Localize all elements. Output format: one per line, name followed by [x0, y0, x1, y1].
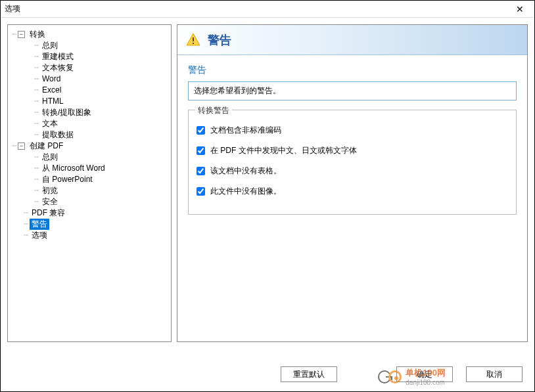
check-no-images[interactable]: 此文件中没有图像。: [197, 186, 508, 197]
minus-icon[interactable]: −: [18, 142, 25, 150]
tree-item-extract-image[interactable]: ┈转换/提取图象: [8, 107, 171, 118]
checkbox[interactable]: [197, 146, 205, 155]
svg-rect-1: [193, 43, 194, 44]
tree-panel: ┈ − 转换 ┈总则 ┈重建模式 ┈文本恢复 ┈Word ┈Excel ┈HTM…: [7, 24, 172, 342]
button-row: 重置默认 确定 取消: [281, 366, 523, 382]
tree-item-extract-data[interactable]: ┈提取数据: [8, 129, 171, 141]
tree-item-html[interactable]: ┈HTML: [8, 96, 171, 107]
titlebar: 选项 ✕: [1, 1, 534, 18]
svg-rect-0: [193, 37, 194, 41]
ok-button[interactable]: 确定: [396, 366, 453, 382]
tree-item-create-general[interactable]: ┈总则: [8, 152, 171, 163]
tree-item-from-powerpoint[interactable]: ┈自 PowerPoint: [8, 174, 171, 185]
close-icon[interactable]: ✕: [509, 4, 530, 14]
panel-subhead: 警告: [188, 64, 517, 76]
tree-item-security[interactable]: ┈安全: [8, 196, 171, 207]
tree-item-general[interactable]: ┈总则: [8, 40, 171, 51]
tree-item-options[interactable]: ┈选项: [8, 230, 171, 241]
tree-item-rebuild[interactable]: ┈重建模式: [8, 51, 171, 62]
window-title: 选项: [5, 3, 509, 14]
tree-item-create-pdf[interactable]: ┈ − 创建 PDF: [8, 141, 171, 152]
check-no-tables[interactable]: 该文档中没有表格。: [197, 165, 508, 177]
checkbox[interactable]: [197, 126, 205, 135]
check-cjk-fonts[interactable]: 在 PDF 文件中发现中文、日文或韩文字体: [197, 145, 508, 156]
check-nonstandard-encoding[interactable]: 文档包含非标准编码: [197, 125, 508, 136]
tree-item-word[interactable]: ┈Word: [8, 74, 171, 85]
tree-item-warnings[interactable]: ┈警告: [8, 219, 171, 230]
reset-button[interactable]: 重置默认: [281, 366, 337, 382]
tree-item-pdf-compat[interactable]: ┈PDF 兼容: [8, 207, 171, 219]
checkbox[interactable]: [197, 167, 205, 175]
warning-icon: [185, 32, 201, 48]
tree-item-excel[interactable]: ┈Excel: [8, 85, 171, 96]
tree-item-text-recover[interactable]: ┈文本恢复: [8, 62, 171, 74]
minus-icon[interactable]: −: [18, 31, 25, 38]
tree-item-from-word[interactable]: ┈从 Microsoft Word: [8, 163, 171, 174]
checkbox[interactable]: [197, 187, 205, 196]
warnings-fieldset: 转换警告 文档包含非标准编码 在 PDF 文件中发现中文、日文或韩文字体 该文档…: [188, 110, 517, 215]
tree-item-preview[interactable]: ┈初览: [8, 185, 171, 196]
tree-item-text[interactable]: ┈文本: [8, 118, 171, 129]
cancel-button[interactable]: 取消: [466, 366, 523, 382]
tree-item-convert[interactable]: ┈ − 转换: [8, 29, 171, 40]
panel-header: 警告: [177, 25, 527, 55]
panel-description: 选择您希望看到的警告。: [188, 81, 517, 100]
fieldset-legend: 转换警告: [195, 105, 232, 116]
settings-panel: 警告 警告 选择您希望看到的警告。 转换警告 文档包含非标准编码 在 PDF 文…: [177, 24, 528, 342]
content-area: ┈ − 转换 ┈总则 ┈重建模式 ┈文本恢复 ┈Word ┈Excel ┈HTM…: [1, 18, 534, 349]
panel-title: 警告: [208, 32, 231, 48]
